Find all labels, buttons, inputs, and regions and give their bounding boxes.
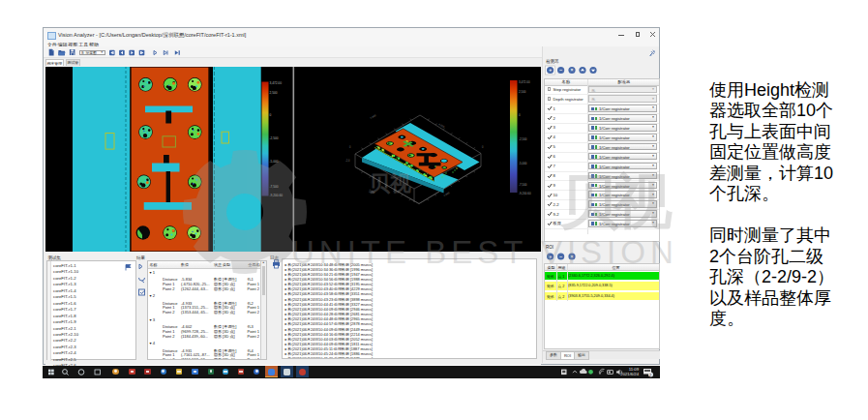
- svg-text:4,000: 4,000: [443, 191, 451, 197]
- svg-text:-2,500: -2,500: [519, 137, 527, 141]
- svg-text:4,000: 4,000: [438, 122, 446, 129]
- svg-text:−: −: [559, 67, 562, 73]
- svg-text:-7,500: -7,500: [270, 185, 279, 189]
- svg-text:2,000: 2,000: [369, 188, 376, 195]
- svg-text:−: −: [559, 254, 562, 259]
- svg-text:-2,0: -2,0: [345, 159, 350, 163]
- svg-text:0: 0: [349, 145, 351, 149]
- svg-text:-2,500: -2,500: [270, 136, 279, 140]
- svg-text:-9,200.60: -9,200.60: [519, 192, 531, 195]
- svg-text:2,500: 2,500: [519, 90, 526, 94]
- svg-text:-7,500: -7,500: [519, 183, 527, 187]
- svg-text:-5,000: -5,000: [270, 160, 279, 164]
- svg-text:0: 0: [482, 145, 484, 149]
- svg-text:-9,200.60: -9,200.60: [270, 194, 284, 197]
- svg-text:2,500: 2,500: [270, 91, 278, 95]
- svg-text:+: +: [549, 254, 552, 259]
- svg-text:×: ×: [571, 67, 574, 73]
- svg-text:3,472.00: 3,472.00: [519, 80, 530, 84]
- svg-text:-5,000: -5,000: [519, 162, 527, 165]
- svg-text:0: 0: [270, 113, 272, 117]
- svg-text:3,472.00: 3,472.00: [270, 81, 283, 85]
- svg-text:+: +: [549, 67, 552, 73]
- svg-text:×: ×: [571, 254, 574, 259]
- svg-text:2,000: 2,000: [370, 113, 377, 120]
- svg-text:0: 0: [519, 113, 521, 117]
